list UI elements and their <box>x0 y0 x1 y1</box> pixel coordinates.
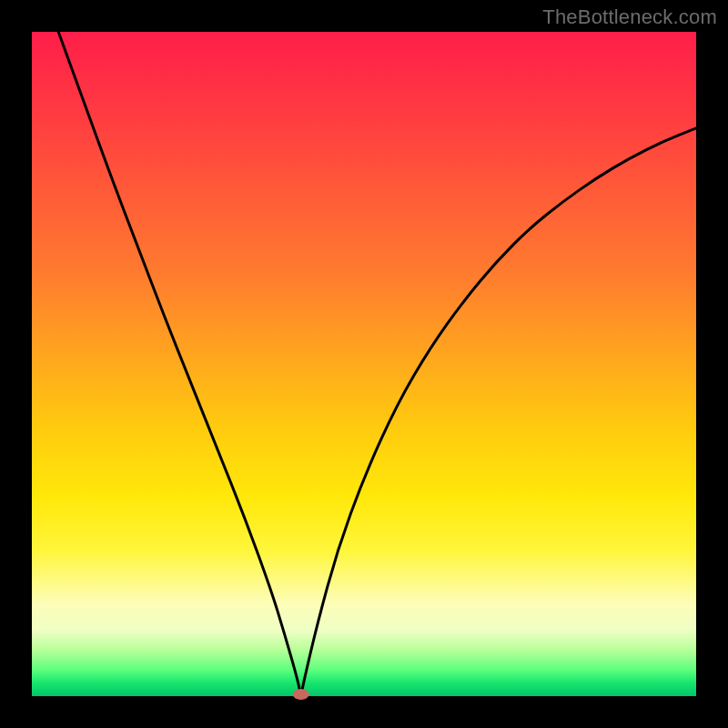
chart-frame: TheBottleneck.com <box>0 0 728 728</box>
bottleneck-curve <box>58 32 300 696</box>
watermark-text: TheBottleneck.com <box>542 5 717 29</box>
chart-layer <box>58 32 696 700</box>
bottleneck-curve <box>301 128 696 696</box>
optimal-marker <box>293 689 309 700</box>
chart-svg <box>32 32 696 696</box>
plot-area <box>32 32 696 696</box>
